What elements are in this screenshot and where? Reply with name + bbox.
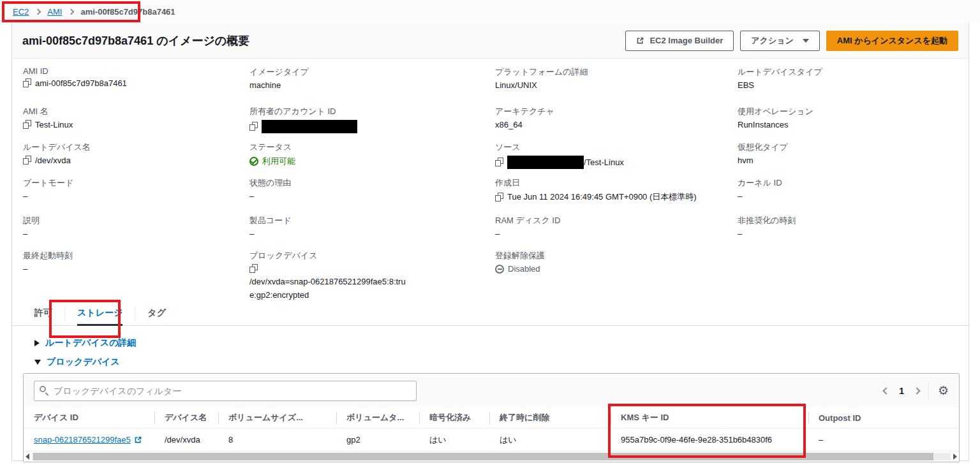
snapshot-link[interactable]: snap-0621876521299fae5 <box>34 435 142 444</box>
field-ram-disk-id: RAM ディスク ID – <box>495 215 738 250</box>
column-header-delete-on-termination[interactable]: 終了時に削除 <box>489 408 611 428</box>
copy-icon[interactable] <box>23 156 31 165</box>
horizontal-scrollbar[interactable] <box>24 452 959 462</box>
scroll-left-arrow-icon[interactable] <box>26 453 29 460</box>
field-virtualization-type: 仮想化タイプ hvm <box>738 142 958 177</box>
ec2-image-builder-button[interactable]: EC2 Image Builder <box>625 31 734 51</box>
column-header-volume-size[interactable]: ボリュームサイズ... <box>218 408 336 428</box>
pagination: 1 <box>884 386 919 396</box>
column-header-outpost-id[interactable]: Outpost ID <box>808 408 891 428</box>
copy-icon[interactable] <box>495 193 503 202</box>
scrollbar-thumb[interactable] <box>33 453 933 460</box>
field-usage-operation: 使用オペレーション RunInstances <box>738 106 958 142</box>
page-title: ami-00f85c7d97b8a7461 のイメージの概要 <box>22 33 249 48</box>
field-source: ソース /Test-Linux <box>495 142 738 177</box>
column-header-device-id[interactable]: デバイス ID <box>24 408 154 428</box>
chevron-right-icon <box>68 8 75 15</box>
main-pane: ami-00f85c7d97b8a7461 のイメージの概要 EC2 Image… <box>11 23 969 461</box>
redacted-value <box>507 156 584 169</box>
table-row: snap-0621876521299fae5 /dev/xvda 8 gp2 は… <box>24 429 959 452</box>
ec2-image-builder-label: EC2 Image Builder <box>650 36 723 45</box>
column-header-volume-type[interactable]: ボリュームタ... <box>336 408 419 428</box>
field-boot-mode: ブートモード – <box>23 177 249 215</box>
tab-storage[interactable]: ストレージ <box>77 302 122 326</box>
field-root-device-type: ルートデバイスタイプ EBS <box>738 66 958 106</box>
field-creation-date: 作成日 Tue Jun 11 2024 16:49:45 GMT+0900 (日… <box>495 177 738 215</box>
cell-volume-type: gp2 <box>336 435 419 444</box>
actions-label: アクション <box>751 35 794 47</box>
field-status: ステータス 利用可能 <box>249 142 495 177</box>
external-link-icon <box>134 436 142 444</box>
field-description: 説明 – <box>23 215 249 250</box>
copy-icon[interactable] <box>495 158 503 167</box>
field-state-reason: 状態の理由 – <box>249 177 495 215</box>
column-header-encrypted[interactable]: 暗号化済み <box>419 408 489 428</box>
triangle-down-icon <box>34 360 41 365</box>
field-product-codes: 製品コード – <box>249 215 495 250</box>
tab-divider <box>64 307 65 321</box>
breadcrumb-link-ami[interactable]: AMI <box>47 7 62 17</box>
field-owner-account-id: 所有者のアカウント ID <box>249 106 495 142</box>
cell-volume-size: 8 <box>218 435 336 444</box>
launch-instance-from-ami-button[interactable]: AMI からインスタンスを起動 <box>826 31 958 51</box>
root-device-details-expander[interactable]: ルートデバイスの詳細 <box>34 337 969 349</box>
field-ami-name: AMI 名 Test-Linux <box>23 106 249 142</box>
field-architecture: アーキテクチャ x86_64 <box>495 106 738 142</box>
field-root-device-name: ルートデバイス名 /dev/xvda <box>23 142 249 177</box>
redacted-value <box>262 120 357 133</box>
ami-detail-grid: AMI ID ami-00f85c7d97b8a7461 イメージタイプ mac… <box>12 59 969 302</box>
block-devices-table-card: 1 ⚙ デバイス ID デバイス名 ボリュームサイズ... ボリュームタ... … <box>23 373 960 462</box>
detail-tabs: 許可 ストレージ タグ <box>12 302 969 326</box>
triangle-right-icon <box>34 340 40 346</box>
tab-permissions[interactable]: 許可 <box>34 302 52 326</box>
breadcrumb-current: ami-00f85c7d97b8a7461 <box>80 7 175 17</box>
table-header-row: デバイス ID デバイス名 ボリュームサイズ... ボリュームタ... 暗号化済… <box>24 408 959 429</box>
summary-header: ami-00f85c7d97b8a7461 のイメージの概要 EC2 Image… <box>12 23 969 59</box>
field-last-launched-time: 最終起動時刻 – <box>23 250 249 302</box>
field-platform-details: プラットフォームの詳細 Linux/UNIX <box>495 66 738 106</box>
copy-icon[interactable] <box>23 120 31 129</box>
cell-delete-on-termination: はい <box>489 434 611 446</box>
breadcrumb-link-ec2[interactable]: EC2 <box>13 7 29 17</box>
field-kernel-id: カーネル ID – <box>738 177 958 215</box>
block-device-filter-input[interactable] <box>34 381 417 401</box>
toolbar-divider <box>928 382 929 400</box>
column-header-device-name[interactable]: デバイス名 <box>154 408 218 428</box>
cell-outpost-id: – <box>808 435 891 444</box>
scroll-right-arrow-icon[interactable] <box>953 453 957 460</box>
breadcrumb: EC2 AMI ami-00f85c7d97b8a7461 <box>0 0 980 23</box>
field-deregistration-protection: 登録解除保護 Disabled <box>495 250 738 302</box>
tab-divider <box>135 307 135 321</box>
cell-device-name: /dev/xvda <box>154 435 218 444</box>
search-icon <box>40 386 46 392</box>
status-available-icon <box>249 157 258 166</box>
column-header-kms-key-id[interactable]: KMS キー ID <box>611 408 808 428</box>
external-link-icon <box>636 36 644 45</box>
actions-button[interactable]: アクション <box>740 31 820 51</box>
copy-icon[interactable] <box>249 122 258 131</box>
tab-tags[interactable]: タグ <box>147 302 166 326</box>
cell-encrypted: はい <box>419 434 489 446</box>
scrollbar-track[interactable] <box>32 453 951 460</box>
current-page[interactable]: 1 <box>899 386 904 396</box>
next-page-button[interactable] <box>913 387 920 394</box>
disabled-icon <box>495 265 504 274</box>
field-deprecation-time: 非推奨化の時刻 – <box>738 215 958 250</box>
field-ami-id: AMI ID ami-00f85c7d97b8a7461 <box>23 66 249 106</box>
chevron-right-icon <box>35 8 41 15</box>
copy-icon[interactable] <box>249 264 258 272</box>
cell-kms-key-id: 955a7b9c-0f9e-46fe-9e28-351b6b4830f6 <box>611 435 808 444</box>
field-image-type: イメージタイプ machine <box>249 66 495 106</box>
field-block-devices: ブロックデバイス /dev/xvda=snap-0621876521299fae… <box>249 250 495 302</box>
field-empty <box>738 250 958 302</box>
caret-down-icon <box>803 39 809 43</box>
block-devices-expander[interactable]: ブロックデバイス <box>34 356 969 368</box>
gear-icon[interactable]: ⚙ <box>938 385 949 397</box>
copy-icon[interactable] <box>23 78 31 88</box>
previous-page-button[interactable] <box>882 387 889 394</box>
